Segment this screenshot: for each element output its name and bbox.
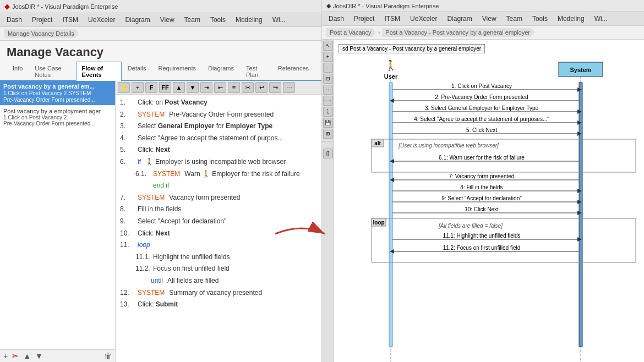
flow-step-4: 4. Select "Agree to accept the statement… — [120, 133, 317, 145]
step-until: until — [151, 275, 163, 287]
case-title-2: Post vacancy by a employment ager — [3, 108, 112, 114]
diag-btn-fit[interactable]: ⊡ — [323, 74, 333, 84]
diag-btn-zoom-out[interactable]: - — [323, 63, 333, 73]
add-case-button[interactable]: + — [3, 352, 8, 360]
tab-test-plan[interactable]: Test Plan — [240, 62, 272, 81]
step-until-text: All fields are filled — [167, 275, 219, 287]
step-text-10: Click: Next — [138, 228, 170, 240]
breadcrumb-post-vacancy-detail[interactable]: Post a Vacancy - Post vacancy by a gener… — [382, 28, 534, 37]
diagram-canvas[interactable]: sd Post a Vacancy - Post vacancy by a ge… — [334, 40, 644, 362]
diag-btn-select[interactable]: ↖ — [323, 41, 333, 51]
menu-project-left[interactable]: Project — [28, 14, 57, 25]
left-title-text: JobsDIR * - Visual Paradigm Enterprise — [12, 3, 118, 10]
menu-diagram-right[interactable]: Diagram — [443, 13, 476, 24]
user-label: User — [384, 73, 398, 80]
diag-divider — [322, 141, 334, 146]
diag-btn-dashed[interactable]: --→ — [323, 96, 333, 106]
toolbar-up-button[interactable]: ▲ — [173, 82, 185, 93]
menu-modeling-left[interactable]: Modeling — [231, 14, 267, 25]
app-icon-left: ◆ — [4, 2, 10, 10]
menu-more-right[interactable]: Wi... — [590, 13, 612, 24]
left-title-bar: ◆ JobsDIR * - Visual Paradigm Enterprise — [0, 0, 321, 13]
case-sub1-1: 1.Click on Post Vacancy 2.SYSTEM — [3, 90, 112, 96]
case-list-scroll[interactable]: Post vacancy by a general em... 1.Click … — [0, 81, 115, 349]
menu-dash-right[interactable]: Dash — [324, 13, 348, 24]
toolbar-undo-button[interactable]: ↩ — [255, 82, 268, 93]
loop-condition: [All fields are filled = false] — [438, 223, 503, 229]
msg5-label: 5: Click Next — [466, 127, 497, 133]
toolbar-icon-1[interactable]: ⭐ — [118, 82, 130, 93]
diag-btn-expand[interactable]: ⊞ — [323, 129, 333, 139]
up-icon[interactable]: ▲ — [23, 352, 31, 360]
diag-btn-zoom-in[interactable]: + — [323, 52, 333, 62]
tab-flow-of-events[interactable]: Flow of Events — [76, 62, 122, 81]
menu-dash-left[interactable]: Dash — [2, 14, 26, 25]
toolbar-add-button[interactable]: + — [132, 82, 144, 93]
step-text-11-2: Focus on first unfilled field — [153, 263, 230, 275]
step-text-12: Summary of vacancy presented — [169, 287, 262, 299]
menu-view-left[interactable]: View — [156, 14, 179, 25]
tab-requirements[interactable]: Requirements — [152, 62, 201, 81]
flow-content[interactable]: 1. Click: on Post Vacancy 2. SYSTEM Pre-… — [116, 95, 321, 362]
case-item-2[interactable]: Post vacancy by a employment ager 1.Clic… — [0, 105, 115, 129]
menu-view-right[interactable]: View — [478, 13, 501, 24]
tab-references[interactable]: References — [272, 62, 315, 81]
tab-details[interactable]: Details — [122, 62, 152, 81]
msg1-label: 1: Click on Post Vacancy — [451, 83, 512, 89]
menu-team-right[interactable]: Team — [502, 13, 527, 24]
step-endif: end if — [153, 180, 169, 192]
flow-step-11-2: 11.2. Focus on first unfilled field — [120, 263, 317, 275]
menu-diagram-left[interactable]: Diagram — [121, 14, 154, 25]
tab-info[interactable]: Info — [7, 62, 29, 81]
breadcrumb-post-vacancy[interactable]: Post a Vacancy — [326, 28, 376, 37]
toolbar-f-button[interactable]: F — [145, 82, 157, 93]
toolbar-outdent-button[interactable]: ⇤ — [214, 82, 226, 93]
loop-frame-rect — [372, 218, 636, 262]
right-breadcrumb-bar: Post a Vacancy › Post a Vacancy - Post v… — [322, 26, 644, 40]
diagram-container: ↖ + - ⊡ → --→ 🚶 💾 ⊞ {} sd Post a Vacancy… — [322, 40, 644, 362]
menu-tools-right[interactable]: Tools — [528, 13, 552, 24]
menu-uexceler-right[interactable]: UeXceler — [406, 13, 441, 24]
step-if-6: if — [138, 156, 141, 168]
tab-use-case-notes[interactable]: Use Case Notes — [29, 62, 75, 81]
flow-end-if: end if — [120, 180, 317, 192]
menu-itsm-left[interactable]: ITSM — [58, 14, 83, 25]
msg10-label: 10: Click Next — [465, 206, 499, 212]
toolbar-cut-button[interactable]: ✂ — [242, 82, 254, 93]
menu-tools-left[interactable]: Tools — [206, 14, 230, 25]
flow-step-11-1: 11.1. Highlight the unfilled fields — [120, 251, 317, 264]
diag-btn-actor[interactable]: 🚶 — [323, 107, 333, 117]
delete-case-button[interactable]: 🗑 — [104, 352, 112, 360]
flow-step-11: 11. loop — [120, 239, 317, 251]
step-num-12: 12. — [120, 287, 135, 299]
scissors-icon[interactable]: ✂ — [12, 352, 19, 360]
menu-modeling-right[interactable]: Modeling — [553, 13, 589, 24]
toolbar-ff-button[interactable]: FF — [159, 82, 171, 93]
sd-wrapper: sd Post a Vacancy - Post vacancy by a ge… — [334, 40, 644, 362]
toolbar-more-button[interactable]: ⋯ — [283, 82, 295, 93]
menu-uexceler-left[interactable]: UeXceler — [84, 14, 119, 25]
flow-until: until All fields are filled — [120, 275, 317, 287]
right-panel: ◆ JobsDIR * - Visual Paradigm Enterprise… — [322, 0, 644, 362]
down-icon[interactable]: ▼ — [35, 352, 43, 360]
toolbar-redo-button[interactable]: ↪ — [269, 82, 281, 93]
step-num-endif — [135, 180, 151, 192]
menu-team-left[interactable]: Team — [180, 14, 205, 25]
step-text-6-1: Warn 🚶 Employer for the risk of failure — [184, 168, 299, 180]
left-menu-bar: Dash Project ITSM UeXceler Diagram View … — [0, 13, 321, 27]
toolbar-indent-button[interactable]: ⇥ — [200, 82, 212, 93]
step-text-4: Select "Agree to accept the statement of… — [138, 133, 283, 145]
case-item-1[interactable]: Post vacancy by a general em... 1.Click … — [0, 81, 115, 105]
toolbar-list-button[interactable]: ≡ — [228, 82, 240, 93]
diag-btn-arrow[interactable]: → — [323, 85, 333, 95]
menu-itsm-right[interactable]: ITSM — [380, 13, 405, 24]
breadcrumb-manage-vacancy[interactable]: Manage Vacancy Details — [4, 29, 79, 38]
diag-btn-save[interactable]: 💾 — [323, 118, 333, 128]
user-activation — [389, 83, 392, 347]
toolbar-down-button[interactable]: ▼ — [187, 82, 199, 93]
tab-diagrams[interactable]: Diagrams — [202, 62, 240, 81]
diag-btn-code[interactable]: {} — [323, 149, 333, 158]
menu-more-left[interactable]: Wi... — [268, 14, 290, 25]
step-system-2: SYSTEM — [138, 109, 165, 121]
menu-project-right[interactable]: Project — [350, 13, 379, 24]
